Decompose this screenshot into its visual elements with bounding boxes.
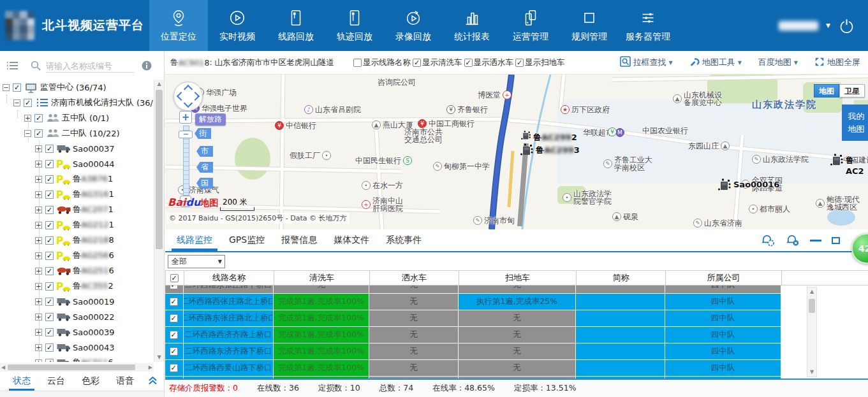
- tree-item[interactable]: + ✓ Sao00043: [0, 340, 154, 355]
- panel-tab-2[interactable]: 报警信息: [276, 235, 322, 251]
- tree-item[interactable]: + ✓ P 鲁AG2188: [0, 233, 154, 248]
- tree-item[interactable]: + ✓ P 鲁AG3161: [0, 187, 154, 202]
- row-checkbox[interactable]: ✓: [170, 285, 178, 289]
- select-all-checkbox[interactable]: ✓: [170, 274, 179, 282]
- tree-horizontal-scrollbar[interactable]: ◀ ▶: [0, 363, 154, 372]
- sidebar-tab-1[interactable]: 云台: [43, 375, 69, 391]
- tree-item[interactable]: + ✓ 五中队 (0/1): [0, 110, 154, 126]
- checkbox[interactable]: ✓: [413, 59, 421, 67]
- collapse-icon[interactable]: −: [24, 130, 31, 137]
- logout-power-icon[interactable]: [838, 17, 855, 34]
- expand-icon[interactable]: +: [35, 206, 42, 213]
- tree-checkbox[interactable]: ✓: [45, 343, 54, 352]
- scrollbar-thumb[interactable]: [809, 299, 815, 313]
- expand-icon[interactable]: +: [35, 161, 42, 168]
- tree-checkbox[interactable]: ✓: [45, 267, 54, 275]
- map-pan-control[interactable]: [173, 82, 203, 111]
- map-control-0[interactable]: 拉框查找 ▼: [620, 56, 673, 69]
- tree-item[interactable]: + ✓ Sao00019: [0, 294, 154, 309]
- row-checkbox[interactable]: ✓: [170, 314, 178, 322]
- tree-checkbox[interactable]: ✓: [45, 145, 54, 153]
- column-header-2[interactable]: 洒水车: [370, 271, 459, 285]
- vehicle-marker[interactable]: 鲁AC2993: [519, 143, 580, 158]
- tree-checkbox[interactable]: ✓: [45, 328, 54, 336]
- map-control-1[interactable]: 地图工具 ▼: [689, 57, 742, 69]
- tree-checkbox[interactable]: ✓: [45, 206, 54, 214]
- tree-item[interactable]: + ✓ P 鲁A38761: [0, 171, 154, 187]
- column-header-4[interactable]: 简称: [577, 271, 666, 285]
- map-control-2[interactable]: 百度地图 ▼: [758, 57, 798, 68]
- tree-item[interactable]: + ✓ P 鲁AG2121: [0, 217, 154, 233]
- alarm-clear-icon[interactable]: [785, 234, 800, 247]
- expand-icon[interactable]: +: [35, 176, 42, 183]
- nav-item-4[interactable]: 录像回放: [384, 0, 443, 51]
- tree-vertical-scrollbar[interactable]: ▲ ▼: [154, 80, 164, 362]
- zoom-slider-handle[interactable]: −: [179, 131, 193, 138]
- nav-item-1[interactable]: 实时视频: [208, 0, 267, 51]
- expand-icon[interactable]: +: [35, 359, 42, 363]
- scrollbar-thumb[interactable]: [8, 365, 135, 370]
- chevron-double-up-icon[interactable]: [148, 376, 158, 391]
- tree-item[interactable]: + ✓ Sao00022: [0, 309, 154, 324]
- vehicle-marker[interactable]: Sao00016: [716, 178, 779, 193]
- tree-item[interactable]: + ✓ P 鲁AC3552: [0, 278, 154, 294]
- sidebar-tab-2[interactable]: 色彩: [78, 375, 103, 391]
- scroll-left-icon[interactable]: ◀: [1, 363, 5, 372]
- map-option-checkbox[interactable]: ✓ 显示洒水车: [464, 57, 514, 68]
- row-checkbox[interactable]: ✓: [170, 331, 178, 339]
- tree-checkbox[interactable]: ✓: [45, 298, 54, 306]
- tree-checkbox[interactable]: ✓: [34, 129, 43, 138]
- map-type-1[interactable]: 卫星: [839, 84, 865, 97]
- table-vertical-scrollbar[interactable]: ▲ ▼: [807, 287, 817, 377]
- tree-checkbox[interactable]: ✓: [45, 175, 54, 184]
- tree-item[interactable]: + ✓ Sao00039: [0, 324, 154, 340]
- baidu-map[interactable]: 咨询院公司¥华强广场M华强电子世界♪山东省吕剧院¥中信银行▲燕山大厦假肢工厂•中…: [165, 75, 868, 229]
- map-option-checkbox[interactable]: ✓ 显示清洗车: [413, 57, 462, 68]
- table-row[interactable]: ✓ 二环西路东张庄路北上桥口 完成第1遍,完成率100%无无四中队: [165, 310, 781, 327]
- scroll-down-icon[interactable]: ▼: [807, 368, 816, 377]
- tree-item[interactable]: + ✓ P Sao00044: [0, 156, 154, 171]
- nav-item-3[interactable]: 轨迹回放: [325, 0, 384, 51]
- expand-icon[interactable]: +: [35, 191, 42, 198]
- scroll-up-icon[interactable]: ▲: [154, 80, 164, 89]
- panel-tab-1[interactable]: GPS监控: [224, 235, 270, 251]
- expand-icon[interactable]: +: [35, 237, 42, 244]
- route-filter-select[interactable]: 全部 ▼: [168, 255, 225, 268]
- checkbox[interactable]: [353, 59, 362, 67]
- table-row[interactable]: ✓ 二环西路东张庄路下桥口 无无无四中队: [165, 285, 781, 294]
- expand-icon[interactable]: +: [35, 298, 42, 305]
- collapse-icon[interactable]: −: [13, 99, 20, 106]
- maximize-panel-icon[interactable]: [832, 237, 840, 244]
- table-row[interactable]: ✓ 二环西路东济齐路下桥口 完成第1遍,完成率100%无无四中队: [165, 343, 781, 360]
- expand-icon[interactable]: +: [35, 268, 42, 275]
- sidebar-tab-0[interactable]: 状态: [9, 375, 34, 391]
- tree-item[interactable]: − ✓ 监管中心 (36/74): [0, 80, 154, 95]
- panel-tab-0[interactable]: 线路监控: [172, 235, 217, 251]
- vehicle-marker[interactable]: 鲁AC2992: [520, 131, 577, 143]
- collapse-icon[interactable]: −: [3, 84, 10, 91]
- table-row[interactable]: ✓ 二环西路西张庄路北上桥口 完成第1遍,完成率100%无执行第1遍,完成率25…: [165, 294, 781, 310]
- map-control-3[interactable]: 地图全屏: [814, 57, 860, 69]
- tree-checkbox[interactable]: ✓: [13, 83, 21, 92]
- tree-item[interactable]: + ✓ 鲁AC2071: [0, 202, 154, 217]
- nav-item-8[interactable]: 服务器管理: [619, 0, 677, 51]
- column-header-0[interactable]: 线路名称: [184, 271, 274, 285]
- expand-icon[interactable]: +: [35, 145, 42, 152]
- table-row[interactable]: ✓ 二环西路西济齐路上桥口 完成第1遍,完成率100%无无四中队: [165, 327, 781, 343]
- tree-item[interactable]: + ✓ Sao00037: [0, 141, 154, 156]
- tree-item[interactable]: − ✓ 二中队 (10/22): [0, 126, 154, 141]
- tree-checkbox[interactable]: ✓: [24, 99, 32, 107]
- expand-icon[interactable]: +: [35, 222, 42, 229]
- expand-icon[interactable]: +: [35, 329, 42, 336]
- checkbox[interactable]: ✓: [464, 59, 473, 67]
- nav-item-7[interactable]: 规则管理: [560, 0, 619, 51]
- zoom-in-button[interactable]: +: [179, 111, 192, 124]
- chevron-down-icon[interactable]: ▼: [826, 22, 830, 29]
- panel-tab-4[interactable]: 系统事件: [381, 235, 427, 251]
- username-blurred[interactable]: [779, 21, 818, 31]
- checkbox[interactable]: ✓: [515, 59, 524, 67]
- nav-item-0[interactable]: 位置定位: [149, 0, 208, 51]
- tree-checkbox[interactable]: ✓: [45, 282, 54, 291]
- map-option-checkbox[interactable]: 显示线路名称: [353, 57, 411, 68]
- map-type-0[interactable]: 地图: [814, 84, 839, 97]
